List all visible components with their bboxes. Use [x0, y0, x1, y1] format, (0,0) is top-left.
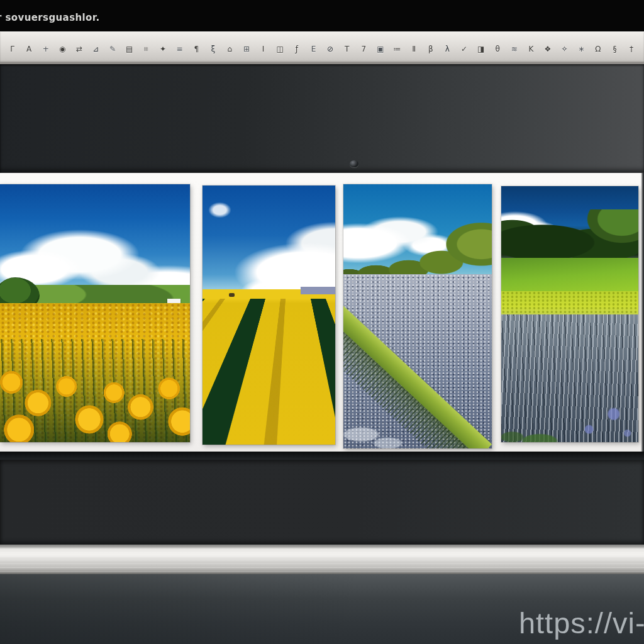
photo-flax-field-hedge[interactable] — [343, 184, 492, 448]
photo-rapeseed-rows[interactable] — [203, 186, 335, 445]
toolbar-icon[interactable]: + — [40, 43, 52, 55]
photo2-field — [203, 289, 335, 445]
photo4-meadow — [501, 258, 638, 294]
toolbar-icon[interactable]: E — [308, 43, 319, 55]
toolbar-icon[interactable]: Ⅰ — [257, 43, 269, 55]
toolbar-icon[interactable]: ⌗ — [140, 43, 152, 55]
photo4-chartreuse-strip — [501, 291, 638, 317]
toolbar-icon[interactable]: K — [525, 43, 537, 55]
window-titlebar: r sovuersguashlor. — [0, 0, 644, 31]
toolbar-icon[interactable]: ⊘ — [325, 43, 336, 55]
main-toolbar: ΓA+◉⇄⊿✎▤⌗✦≡¶ξ⌂⊞Ⅰ◫ƒE⊘T7▣≔Ⅱβλ✓◨θ≋K❖✧∗Ω§† — [0, 31, 644, 64]
tray-right-edge — [641, 173, 644, 452]
toolbar-icon[interactable]: θ — [492, 43, 504, 55]
app-window: r sovuersguashlor. ΓA+◉⇄⊿✎▤⌗✦≡¶ξ⌂⊞Ⅰ◫ƒE⊘T… — [0, 0, 644, 644]
photo2-lavender-strip — [301, 287, 335, 294]
photo2-sky — [203, 186, 335, 297]
toolbar-icon[interactable]: § — [609, 43, 621, 55]
toolbar-icon[interactable]: ⊞ — [241, 43, 253, 55]
toolbar-icon[interactable]: † — [626, 43, 638, 55]
window-title: r sovuersguashlor. — [0, 12, 100, 23]
toolbar-icon[interactable]: ≔ — [391, 43, 403, 55]
toolbar-icon[interactable]: ⌂ — [224, 43, 236, 55]
toolbar-icon[interactable]: T — [341, 43, 353, 55]
toolbar-icon[interactable]: ✓ — [458, 43, 470, 55]
toolbar-icon[interactable]: ⊿ — [90, 43, 102, 55]
toolbar-icon[interactable]: ✎ — [107, 43, 119, 55]
toolbar-icon[interactable]: A — [23, 43, 35, 55]
toolbar-icon[interactable]: ◫ — [274, 43, 286, 55]
camera-dot-icon — [350, 160, 358, 167]
toolbar-icon[interactable]: ❖ — [542, 43, 554, 55]
toolbar-icon[interactable]: ✧ — [558, 43, 570, 55]
toolbar-icon[interactable]: ▣ — [374, 43, 386, 55]
toolbar-icon[interactable]: Ω — [592, 43, 604, 55]
photo4-wheat-field — [501, 314, 638, 443]
silver-trim — [0, 545, 644, 574]
photo-flower-meadow[interactable] — [0, 184, 190, 442]
toolbar-icon[interactable]: ◨ — [475, 43, 487, 55]
toolbar-icon[interactable]: ≡ — [174, 43, 186, 55]
toolbar-icon[interactable]: ▤ — [123, 43, 135, 55]
toolbar-icon[interactable]: ≋ — [508, 43, 520, 55]
tray-bottom-shadow — [0, 452, 644, 460]
lower-bezel — [0, 460, 644, 545]
watermark-url: https://vi-i — [519, 606, 644, 640]
toolbar-icon[interactable]: Ⅱ — [408, 43, 420, 55]
photo-tray — [0, 173, 644, 452]
toolbar-icon[interactable]: ✦ — [157, 43, 169, 55]
toolbar-icon[interactable]: ∗ — [575, 43, 587, 55]
photo-meadow-forest-wheat[interactable] — [501, 186, 638, 442]
toolbar-icon[interactable]: ¶ — [191, 43, 203, 55]
photo1-foreground-flowers — [0, 339, 190, 442]
toolbar-icon[interactable]: ξ — [207, 43, 219, 55]
viewer-top-bezel — [0, 64, 644, 173]
photo2-hay-bale — [229, 293, 235, 297]
toolbar-icon[interactable]: ƒ — [291, 43, 303, 55]
toolbar-icon[interactable]: λ — [441, 43, 453, 55]
photo3-treeline — [343, 219, 492, 280]
toolbar-icon[interactable]: ◉ — [57, 43, 69, 55]
photo2-crop-rows — [203, 299, 335, 445]
toolbar-icon[interactable]: β — [425, 43, 436, 55]
toolbar-icon[interactable]: ⇄ — [73, 43, 85, 55]
toolbar-icon[interactable]: 7 — [358, 43, 370, 55]
toolbar-icon[interactable]: Γ — [6, 43, 18, 55]
bottom-bezel: https://vi-i — [0, 574, 644, 644]
